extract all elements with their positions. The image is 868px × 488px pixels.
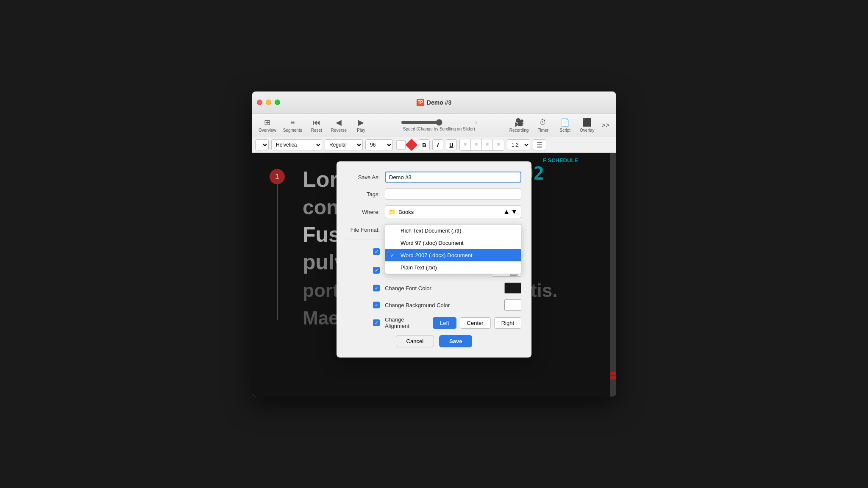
change-alignment-label: Change Alignment: [385, 316, 433, 329]
segments-label: Segments: [283, 128, 302, 133]
overlay-label: Overlay: [580, 128, 594, 133]
file-format-row: File Format: Rich Text Document (.rtf) W…: [347, 224, 521, 233]
overlay-button[interactable]: ⬛ Overlay: [578, 117, 596, 133]
format-option-txt[interactable]: Plain Text (.txt): [385, 261, 521, 274]
format-txt-label: Plain Text (.txt): [401, 264, 437, 271]
file-format-label: File Format:: [347, 224, 385, 233]
font-style-select[interactable]: Regular: [325, 139, 363, 150]
style-select[interactable]: ¶: [255, 139, 269, 150]
alignment-option-group: Left Center Right: [433, 317, 521, 329]
save-button[interactable]: Save: [439, 335, 472, 347]
change-alignment-checkbox[interactable]: ✓: [373, 319, 380, 326]
bg-color-swatch[interactable]: [504, 299, 521, 311]
segments-button[interactable]: ≡ Segments: [281, 117, 304, 133]
reset-icon: ⏮: [313, 118, 320, 127]
timer-label: Timer: [538, 128, 548, 133]
overview-label: Overview: [259, 128, 276, 133]
overlay-icon: ⬛: [582, 118, 592, 127]
format-option-rtf[interactable]: Rich Text Document (.rtf): [385, 225, 521, 237]
up-arrow-icon: ▲: [503, 208, 510, 216]
align-right-option[interactable]: Right: [494, 317, 521, 329]
content-area: Lorem const. Fusce vel dolor color pulvi…: [252, 153, 616, 396]
line-spacing-select[interactable]: 1.2: [507, 139, 530, 150]
reverse-button[interactable]: ◀ Reverse: [329, 117, 348, 133]
timer-icon: ⏱: [539, 118, 547, 127]
cancel-button[interactable]: Cancel: [396, 335, 434, 347]
alignment-checkbox-container: ✓: [347, 319, 385, 326]
underline-button[interactable]: U: [446, 139, 457, 150]
change-alignment-row: ✓ Change Alignment Left Center Right: [347, 316, 521, 329]
where-arrows: ▲ ▼: [503, 208, 517, 216]
overview-icon: ⊞: [264, 118, 270, 127]
tags-row: Tags:: [347, 189, 521, 200]
dialog-buttons: Cancel Save: [347, 335, 521, 347]
titlebar: TP Demo #3: [252, 92, 616, 114]
window-title: TP Demo #3: [417, 99, 451, 106]
checkmark-docx: ✓: [390, 252, 397, 258]
speed-slider[interactable]: [401, 119, 477, 126]
font-size-select[interactable]: 96: [365, 139, 393, 150]
script-button[interactable]: 📄 Script: [556, 117, 574, 133]
maximize-button[interactable]: [275, 100, 280, 105]
change-font-color-row: ✓ Change Font Color: [347, 283, 521, 294]
format-rtf-label: Rich Text Document (.rtf): [401, 227, 462, 234]
overview-button[interactable]: ⊞ Overview: [257, 117, 278, 133]
where-selector[interactable]: 📁 Books ▲ ▼: [385, 205, 521, 218]
where-container: 📁 Books ▲ ▼: [385, 205, 521, 218]
align-center-option[interactable]: Center: [460, 317, 491, 329]
align-justify-button[interactable]: ≡: [493, 139, 504, 150]
format-dropdown-menu: Rich Text Document (.rtf) Word 97 (.doc)…: [385, 224, 521, 274]
change-font-color-checkbox[interactable]: ✓: [373, 285, 380, 291]
font-color-checkbox-container: ✓: [347, 285, 385, 291]
list-button[interactable]: ☰: [533, 139, 546, 150]
play-label: Play: [357, 128, 365, 133]
speed-label: Speed (Change by Scrolling on Slider): [403, 127, 475, 131]
tags-input[interactable]: [385, 189, 521, 200]
change-bg-color-row: ✓ Change Background Color: [347, 299, 521, 311]
font-checkbox-container: ✓: [347, 248, 385, 255]
where-row: Where: 📁 Books ▲ ▼: [347, 205, 521, 218]
down-arrow-icon: ▼: [511, 208, 517, 216]
play-button[interactable]: ▶ Play: [352, 117, 370, 133]
recording-label: Recording: [509, 128, 529, 133]
save-as-label: Save As:: [347, 174, 385, 180]
script-icon: 📄: [560, 118, 570, 127]
font-color-swatch[interactable]: [504, 283, 521, 294]
highlight-swatch[interactable]: [405, 138, 418, 151]
change-font-size-checkbox[interactable]: ✓: [373, 267, 380, 274]
toolbar: ⊞ Overview ≡ Segments ⏮ Reset ◀ Reverse …: [252, 114, 616, 137]
align-center-button[interactable]: ≡: [471, 139, 482, 150]
align-right-button[interactable]: ≡: [482, 139, 493, 150]
reverse-icon: ◀: [336, 118, 342, 127]
format-option-docx[interactable]: ✓ Word 2007 (.docx) Document: [385, 249, 521, 261]
tags-label: Tags:: [347, 191, 385, 197]
where-text: Books: [398, 209, 501, 215]
save-as-input[interactable]: [385, 172, 521, 183]
formatbar: ¶ Helvetica Regular 96 B I U ≡ ≡ ≡ ≡ 1.2…: [252, 137, 616, 153]
font-family-select[interactable]: Helvetica: [271, 139, 322, 150]
reset-button[interactable]: ⏮ Reset: [307, 117, 326, 133]
font-size-checkbox-container: ✓: [347, 267, 385, 274]
traffic-lights: [257, 100, 280, 105]
format-doc-label: Word 97 (.doc) Document: [401, 240, 464, 246]
recording-button[interactable]: 🎥 Recording: [508, 117, 531, 133]
align-left-button[interactable]: ≡: [460, 139, 471, 150]
minimize-button[interactable]: [266, 100, 271, 105]
more-button[interactable]: >>: [600, 120, 611, 131]
bold-button[interactable]: B: [419, 139, 430, 150]
alignment-buttons: ≡ ≡ ≡ ≡: [459, 139, 504, 151]
format-option-doc[interactable]: Word 97 (.doc) Document: [385, 237, 521, 249]
timer-button[interactable]: ⏱ Timer: [534, 117, 552, 133]
speed-control: Speed (Change by Scrolling on Slider): [374, 119, 504, 131]
save-as-row: Save As:: [347, 172, 521, 183]
recording-icon: 🎥: [515, 118, 524, 127]
align-left-option[interactable]: Left: [433, 317, 456, 329]
close-button[interactable]: [257, 100, 262, 105]
change-font-color-label: Change Font Color: [385, 285, 504, 291]
italic-button[interactable]: I: [432, 139, 443, 150]
color-controls: [396, 140, 416, 150]
where-label: Where:: [347, 209, 385, 215]
text-color-swatch[interactable]: [396, 140, 406, 150]
change-bg-color-checkbox[interactable]: ✓: [373, 302, 380, 308]
change-font-checkbox[interactable]: ✓: [373, 248, 380, 255]
